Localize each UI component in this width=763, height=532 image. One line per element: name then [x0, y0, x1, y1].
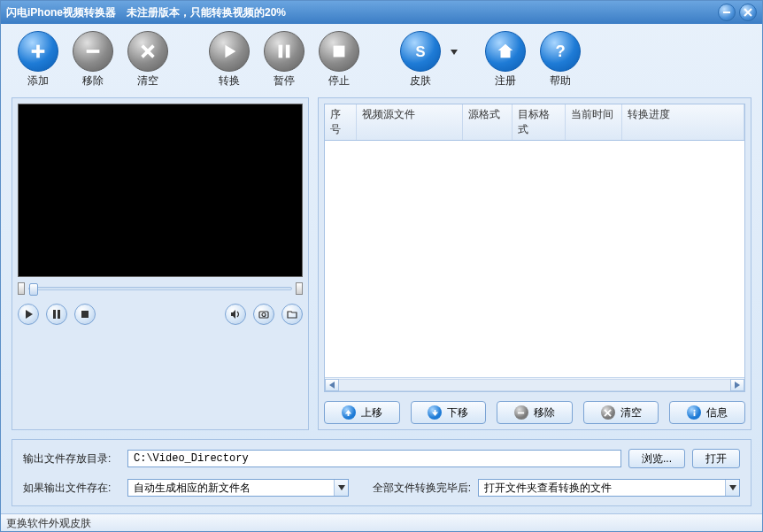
window-title: 闪电iPhone视频转换器 未注册版本，只能转换视频的20%: [6, 5, 714, 20]
info-icon: [687, 405, 701, 420]
preview-panel: [12, 97, 309, 430]
stop-icon: [319, 31, 359, 72]
move-down-button[interactable]: 下移: [411, 401, 487, 424]
col-source[interactable]: 视频源文件: [357, 104, 463, 140]
pause-button[interactable]: 暂停: [258, 31, 311, 89]
register-button[interactable]: 注册: [479, 31, 532, 89]
open-button[interactable]: 打开: [692, 449, 740, 468]
app-window: 闪电iPhone视频转换器 未注册版本，只能转换视频的20% 添加 移除 清空 …: [0, 0, 763, 532]
remove-button[interactable]: 移除: [66, 31, 119, 89]
svg-rect-11: [81, 311, 89, 318]
home-icon: [485, 31, 526, 72]
svg-rect-5: [286, 45, 290, 58]
svg-rect-2: [32, 50, 45, 53]
slider-start[interactable]: [18, 282, 25, 295]
player-controls: [18, 304, 303, 325]
svg-text:S: S: [415, 43, 425, 59]
main-area: 序号 视频源文件 源格式 目标格式 当前时间 转换进度 上移 下移 移除: [1, 92, 762, 436]
video-preview: [18, 104, 303, 277]
player-play-button[interactable]: [18, 304, 39, 325]
info-button[interactable]: 信息: [669, 401, 745, 424]
chevron-down-icon: [725, 480, 739, 496]
output-dir-input[interactable]: [127, 450, 621, 467]
col-seq[interactable]: 序号: [325, 104, 357, 140]
list-header: 序号 视频源文件 源格式 目标格式 当前时间 转换进度: [325, 104, 744, 141]
browse-button[interactable]: 浏览...: [628, 449, 685, 468]
output-dir-label: 输出文件存放目录:: [23, 451, 120, 466]
list-hscroll[interactable]: [325, 377, 744, 391]
move-up-button[interactable]: 上移: [324, 401, 400, 424]
svg-rect-10: [58, 310, 60, 319]
svg-point-15: [693, 409, 695, 411]
svg-text:?: ?: [555, 42, 565, 60]
svg-rect-3: [87, 50, 100, 53]
svg-rect-6: [334, 46, 345, 58]
after-done-label: 全部文件转换完毕后:: [356, 481, 471, 496]
minus-icon: [514, 405, 528, 420]
if-exists-combo[interactable]: 自动生成相应的新文件名: [127, 479, 349, 497]
col-curtime[interactable]: 当前时间: [566, 104, 622, 140]
list-action-buttons: 上移 下移 移除 清空 信息: [324, 401, 745, 424]
remove-item-button[interactable]: 移除: [497, 401, 573, 424]
player-pause-button[interactable]: [46, 304, 67, 325]
x-icon: [601, 405, 615, 420]
svg-rect-9: [53, 310, 56, 319]
status-text: 更换软件外观皮肤: [6, 517, 91, 529]
clear-items-button[interactable]: 清空: [583, 401, 659, 424]
player-stop-button[interactable]: [74, 304, 96, 325]
clear-button[interactable]: 清空: [121, 31, 174, 89]
scroll-left[interactable]: [325, 379, 339, 391]
scroll-right[interactable]: [730, 379, 744, 391]
plus-icon: [18, 31, 58, 72]
help-button[interactable]: ? 帮助: [534, 31, 587, 89]
svg-rect-16: [693, 412, 695, 416]
output-settings-panel: 输出文件存放目录: 浏览... 打开 如果输出文件存在: 自动生成相应的新文件名…: [12, 439, 751, 506]
slider-end[interactable]: [296, 282, 303, 295]
svg-rect-14: [518, 412, 524, 413]
skin-dropdown[interactable]: [449, 50, 459, 55]
seek-slider[interactable]: [28, 287, 292, 290]
skin-button[interactable]: S 皮肤: [394, 31, 447, 89]
svg-rect-4: [279, 45, 283, 58]
scroll-track[interactable]: [339, 379, 730, 391]
if-exists-label: 如果输出文件存在:: [23, 481, 120, 496]
open-folder-button[interactable]: [281, 304, 303, 325]
arrow-down-icon: [428, 405, 442, 420]
titlebar: 闪电iPhone视频转换器 未注册版本，只能转换视频的20%: [1, 1, 762, 24]
x-icon: [127, 31, 168, 72]
col-srcfmt[interactable]: 源格式: [463, 104, 513, 140]
minus-icon: [73, 31, 113, 72]
seek-thumb[interactable]: [29, 283, 38, 296]
status-bar: 更换软件外观皮肤: [1, 513, 762, 531]
svg-rect-0: [723, 12, 730, 13]
question-icon: ?: [540, 31, 581, 72]
list-body: [325, 141, 744, 377]
play-icon: [209, 31, 250, 72]
seek-slider-row: [18, 282, 303, 295]
snapshot-button[interactable]: [253, 304, 274, 325]
svg-point-13: [262, 313, 266, 317]
pause-icon: [264, 31, 304, 72]
arrow-up-icon: [342, 405, 356, 420]
volume-button[interactable]: [225, 304, 246, 325]
convert-button[interactable]: 转换: [203, 31, 256, 89]
col-dstfmt[interactable]: 目标格式: [513, 104, 566, 140]
file-list[interactable]: 序号 视频源文件 源格式 目标格式 当前时间 转换进度: [324, 104, 745, 392]
col-progress[interactable]: 转换进度: [622, 104, 744, 140]
after-done-combo[interactable]: 打开文件夹查看转换的文件: [478, 479, 740, 497]
minimize-button[interactable]: [718, 4, 736, 21]
main-toolbar: 添加 移除 清空 转换 暂停 停止: [1, 24, 762, 92]
stop-button[interactable]: 停止: [312, 31, 366, 89]
list-panel: 序号 视频源文件 源格式 目标格式 当前时间 转换进度 上移 下移 移除: [318, 97, 751, 430]
skin-icon: S: [400, 31, 441, 72]
add-button[interactable]: 添加: [12, 31, 65, 89]
close-button[interactable]: [739, 4, 757, 21]
chevron-down-icon: [334, 480, 348, 496]
